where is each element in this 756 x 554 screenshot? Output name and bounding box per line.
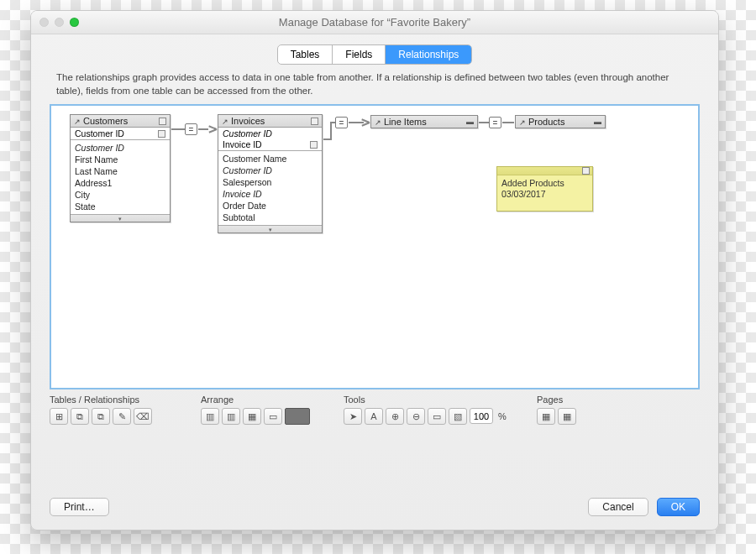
footer: Print… Cancel OK xyxy=(31,488,718,530)
field[interactable]: Last Name xyxy=(75,165,165,177)
table-customers[interactable]: Customers Customer ID Customer ID First … xyxy=(70,114,171,222)
connector-line xyxy=(330,122,332,140)
tab-relationships[interactable]: Relationships xyxy=(386,45,471,64)
edit-button[interactable]: ✎ xyxy=(113,408,131,425)
add-relationship-icon: ⧉ xyxy=(76,411,83,422)
minimize-window-icon[interactable] xyxy=(55,18,64,27)
canvas-wrap: Customers Customer ID Customer ID First … xyxy=(31,104,718,389)
resize-button[interactable]: ▭ xyxy=(264,408,282,425)
pointer-tool-button[interactable]: ➤ xyxy=(344,408,362,425)
window: Manage Database for “Favorite Bakery” Ta… xyxy=(30,10,719,530)
field[interactable]: First Name xyxy=(75,154,165,165)
note-body: Added Products 03/03/2017 xyxy=(497,175,592,202)
connector-line xyxy=(171,128,185,130)
duplicate-icon: ⧉ xyxy=(97,411,104,422)
join-operator[interactable]: = xyxy=(489,117,501,128)
table-products[interactable]: Products ▬ xyxy=(515,115,606,128)
table-header[interactable]: Customers xyxy=(71,115,170,128)
field[interactable]: Subtotal xyxy=(223,212,318,223)
sticky-note[interactable]: Added Products 03/03/2017 xyxy=(496,166,593,212)
ok-button[interactable]: OK xyxy=(657,498,700,516)
note-tool-button[interactable]: A xyxy=(365,408,383,425)
group-arrange: Arrange ▥ ▥ ▦ ▭ xyxy=(201,395,344,425)
field[interactable]: City xyxy=(75,189,165,201)
table-arrow-icon xyxy=(74,116,81,126)
connector-line xyxy=(479,122,489,123)
note-line: Added Products xyxy=(501,178,588,189)
table-name: Products xyxy=(528,117,564,127)
sort-icon[interactable] xyxy=(158,130,165,138)
tab-fields[interactable]: Fields xyxy=(333,45,386,64)
text-icon: A xyxy=(370,411,376,421)
add-relationship-button[interactable]: ⧉ xyxy=(71,408,89,425)
page-breaks-button[interactable] xyxy=(537,408,555,425)
select-all-button[interactable]: ▧ xyxy=(449,408,467,425)
field[interactable]: Salesperson xyxy=(223,176,318,188)
join-operator[interactable]: = xyxy=(185,123,197,135)
field[interactable]: State xyxy=(75,201,165,212)
key-field: Customer ID xyxy=(75,128,124,138)
window-title: Manage Database for “Favorite Bakery” xyxy=(31,11,718,34)
zoom-in-button[interactable]: ⊕ xyxy=(386,408,404,425)
tab-tables[interactable]: Tables xyxy=(278,45,333,64)
table-name: Customers xyxy=(83,116,128,126)
tab-segmented-control: Tables Fields Relationships xyxy=(277,44,473,65)
table-footer[interactable] xyxy=(218,225,322,233)
group-pages: Pages xyxy=(537,395,576,425)
note-header[interactable] xyxy=(497,167,592,175)
table-header[interactable]: Products ▬ xyxy=(516,116,605,128)
distribute-button[interactable]: ▦ xyxy=(243,408,261,425)
field[interactable]: Customer Name xyxy=(223,153,318,165)
color-swatch[interactable] xyxy=(285,408,310,425)
print-button[interactable]: Print… xyxy=(50,498,109,516)
help-text: The relationships graph provides access … xyxy=(31,71,718,104)
zoom-out-button[interactable]: ⊖ xyxy=(407,408,425,425)
add-table-button[interactable]: ⊞ xyxy=(50,408,68,425)
close-window-icon[interactable] xyxy=(39,18,49,27)
collapse-icon[interactable] xyxy=(159,118,166,125)
zoom-value-input[interactable]: 100 xyxy=(470,408,493,424)
fit-button[interactable]: ▭ xyxy=(428,408,446,425)
select-icon: ▧ xyxy=(454,411,462,422)
table-arrow-icon xyxy=(375,117,381,127)
align-icon: ▥ xyxy=(206,411,214,422)
collapse-icon[interactable] xyxy=(311,118,318,125)
table-line-items[interactable]: Line Items ▬ xyxy=(370,115,478,128)
pencil-icon: ✎ xyxy=(118,411,126,422)
zoom-out-icon: ⊖ xyxy=(412,411,420,422)
duplicate-button[interactable]: ⧉ xyxy=(92,408,110,425)
table-header[interactable]: Invoices xyxy=(218,115,322,128)
table-arrow-icon xyxy=(519,117,526,127)
toolbar: Tables / Relationships ⊞ ⧉ ⧉ ✎ ⌫ Arrange… xyxy=(31,389,718,425)
table-footer[interactable] xyxy=(71,214,170,222)
sort-icon[interactable] xyxy=(310,141,318,149)
key-field-row[interactable]: Invoice ID xyxy=(218,138,322,151)
key-field-row[interactable]: Customer ID xyxy=(71,128,170,140)
zoom-in-icon: ⊕ xyxy=(391,411,399,422)
align-right-button[interactable]: ▥ xyxy=(222,408,240,425)
join-operator[interactable]: = xyxy=(335,117,348,128)
align-left-button[interactable]: ▥ xyxy=(201,408,219,425)
fit-icon: ▭ xyxy=(433,411,441,422)
key-field-row[interactable]: Customer ID xyxy=(218,128,322,138)
relationships-canvas[interactable]: Customers Customer ID Customer ID First … xyxy=(50,104,700,389)
align-icon: ▥ xyxy=(227,411,235,422)
table-header[interactable]: Line Items ▬ xyxy=(371,116,477,128)
note-control-icon[interactable] xyxy=(582,167,590,175)
page-setup-button[interactable] xyxy=(558,408,576,425)
cancel-button[interactable]: Cancel xyxy=(588,498,648,516)
table-invoices[interactable]: Invoices Customer ID Invoice ID Customer… xyxy=(218,114,323,233)
connector-line xyxy=(502,122,514,123)
field[interactable]: Customer ID xyxy=(223,165,318,176)
add-table-icon: ⊞ xyxy=(55,411,63,422)
page-setup-icon xyxy=(563,411,571,422)
field[interactable]: Invoice ID xyxy=(223,188,318,200)
pointer-icon: ➤ xyxy=(349,411,357,422)
field[interactable]: Customer ID xyxy=(75,142,165,154)
zoom-window-icon[interactable] xyxy=(70,18,79,27)
field[interactable]: Address1 xyxy=(75,177,165,189)
page-breaks-icon xyxy=(542,411,550,422)
group-label: Tables / Relationships xyxy=(50,395,201,405)
field[interactable]: Order Date xyxy=(223,200,318,212)
delete-button[interactable]: ⌫ xyxy=(134,408,152,425)
